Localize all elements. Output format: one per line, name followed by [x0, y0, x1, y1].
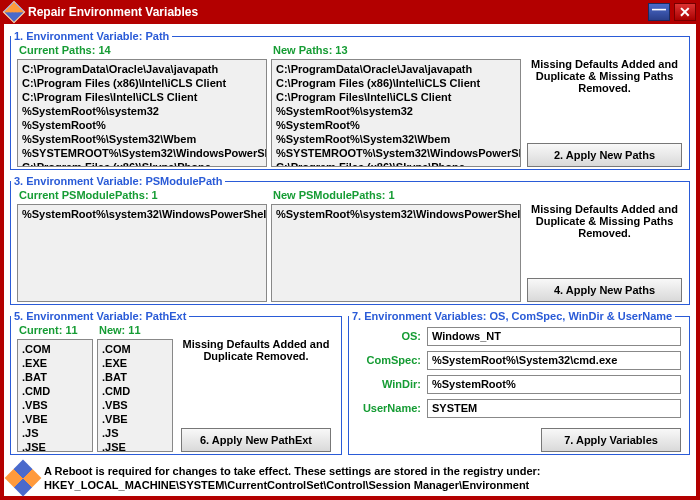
psm-current-label: Current PSModulePaths: 1: [19, 189, 158, 201]
list-item[interactable]: %SystemRoot%: [22, 118, 262, 132]
list-item[interactable]: .VBS: [102, 398, 168, 412]
list-item[interactable]: .COM: [22, 342, 88, 356]
list-item[interactable]: .CMD: [22, 384, 88, 398]
list-item[interactable]: .VBE: [22, 412, 88, 426]
pathext-current-list[interactable]: .COM.EXE.BAT.CMD.VBS.VBE.JS.JSE: [17, 339, 93, 452]
window-title: Repair Environment Variables: [28, 5, 198, 19]
minimize-button[interactable]: —: [648, 3, 670, 21]
list-item[interactable]: %SystemRoot%\system32\WindowsPowerShell\…: [276, 207, 516, 221]
username-field[interactable]: SYSTEM: [427, 399, 681, 418]
list-item[interactable]: .JSE: [22, 440, 88, 452]
comspec-field[interactable]: %SystemRoot%\System32\cmd.exe: [427, 351, 681, 370]
list-item[interactable]: .JSE: [102, 440, 168, 452]
comspec-label: ComSpec:: [355, 354, 421, 366]
path-current-label: Current Paths: 14: [19, 44, 111, 56]
os-label: OS:: [355, 330, 421, 342]
path-new-label: New Paths: 13: [273, 44, 348, 56]
list-item[interactable]: .EXE: [22, 356, 88, 370]
group-os-vars-legend: 7. Environment Variables: OS, ComSpec, W…: [349, 310, 675, 322]
close-button[interactable]: ✕: [674, 3, 696, 21]
list-item[interactable]: .BAT: [22, 370, 88, 384]
list-item[interactable]: %SystemRoot%\system32\WindowsPowerShell\…: [22, 207, 262, 221]
list-item[interactable]: .CMD: [102, 384, 168, 398]
windir-field[interactable]: %SystemRoot%: [427, 375, 681, 394]
list-item[interactable]: %SystemRoot%\system32: [276, 104, 516, 118]
list-item[interactable]: .BAT: [102, 370, 168, 384]
apply-pathext-button[interactable]: 6. Apply New PathExt: [181, 428, 331, 452]
apply-new-paths-button[interactable]: 2. Apply New Paths: [527, 143, 682, 167]
list-item[interactable]: C:\ProgramData\Oracle\Java\javapath: [276, 62, 516, 76]
app-icon: [3, 1, 26, 24]
list-item[interactable]: .JS: [22, 426, 88, 440]
group-psmodulepath-legend: 3. Environment Variable: PSModulePath: [11, 175, 225, 187]
list-item[interactable]: .EXE: [102, 356, 168, 370]
list-item[interactable]: %SystemRoot%: [276, 118, 516, 132]
list-item[interactable]: %SystemRoot%\System32\Wbem: [22, 132, 262, 146]
list-item[interactable]: C:\Program Files\Intel\iCLS Client: [22, 90, 262, 104]
group-path: 1. Environment Variable: Path Current Pa…: [10, 30, 690, 170]
list-item[interactable]: .VBS: [22, 398, 88, 412]
titlebar[interactable]: Repair Environment Variables — ✕: [0, 0, 700, 24]
list-item[interactable]: C:\Program Files (x86)\Intel\iCLS Client: [22, 76, 262, 90]
group-pathext: 5. Environment Variable: PathExt Current…: [10, 310, 342, 455]
list-item[interactable]: %SystemRoot%\system32: [22, 104, 262, 118]
footer-text: A Reboot is required for changes to take…: [44, 464, 541, 492]
os-field[interactable]: Windows_NT: [427, 327, 681, 346]
path-new-list[interactable]: C:\ProgramData\Oracle\Java\javapathC:\Pr…: [271, 59, 521, 167]
pathext-new-label: New: 11: [99, 324, 141, 336]
footer: A Reboot is required for changes to take…: [10, 464, 690, 492]
username-label: UserName:: [355, 402, 421, 414]
path-current-list[interactable]: C:\ProgramData\Oracle\Java\javapathC:\Pr…: [17, 59, 267, 167]
list-item[interactable]: C:\Program Files (x86)\Skype\Phone: [22, 160, 262, 167]
group-path-legend: 1. Environment Variable: Path: [11, 30, 172, 42]
list-item[interactable]: %SYSTEMROOT%\System32\WindowsPowerShell\…: [22, 146, 262, 160]
list-item[interactable]: C:\ProgramData\Oracle\Java\javapath: [22, 62, 262, 76]
list-item[interactable]: C:\Program Files\Intel\iCLS Client: [276, 90, 516, 104]
apply-psm-paths-button[interactable]: 4. Apply New Paths: [527, 278, 682, 302]
list-item[interactable]: .VBE: [102, 412, 168, 426]
psm-info: Missing Defaults Added and Duplicate & M…: [527, 203, 682, 239]
group-pathext-legend: 5. Environment Variable: PathExt: [11, 310, 189, 322]
window-frame: Repair Environment Variables — ✕ 1. Envi…: [0, 0, 700, 500]
pathext-current-label: Current: 11: [19, 324, 78, 336]
psm-new-label: New PSModulePaths: 1: [273, 189, 395, 201]
list-item[interactable]: %SYSTEMROOT%\System32\WindowsPowerShell\…: [276, 146, 516, 160]
pathext-info: Missing Defaults Added and Duplicate Rem…: [181, 338, 331, 362]
client-area: 1. Environment Variable: Path Current Pa…: [4, 24, 696, 496]
list-item[interactable]: %SystemRoot%\System32\Wbem: [276, 132, 516, 146]
info-icon: [5, 460, 42, 497]
list-item[interactable]: C:\Program Files (x86)\Intel\iCLS Client: [276, 76, 516, 90]
apply-variables-button[interactable]: 7. Apply Variables: [541, 428, 681, 452]
group-os-vars: 7. Environment Variables: OS, ComSpec, W…: [348, 310, 690, 455]
list-item[interactable]: C:\Program Files (x86)\Skype\Phone: [276, 160, 516, 167]
psm-current-list[interactable]: %SystemRoot%\system32\WindowsPowerShell\…: [17, 204, 267, 302]
psm-new-list[interactable]: %SystemRoot%\system32\WindowsPowerShell\…: [271, 204, 521, 302]
pathext-new-list[interactable]: .COM.EXE.BAT.CMD.VBS.VBE.JS.JSE: [97, 339, 173, 452]
path-info: Missing Defaults Added and Duplicate & M…: [527, 58, 682, 94]
windir-label: WinDir:: [355, 378, 421, 390]
group-psmodulepath: 3. Environment Variable: PSModulePath Cu…: [10, 175, 690, 305]
list-item[interactable]: .JS: [102, 426, 168, 440]
list-item[interactable]: .COM: [102, 342, 168, 356]
